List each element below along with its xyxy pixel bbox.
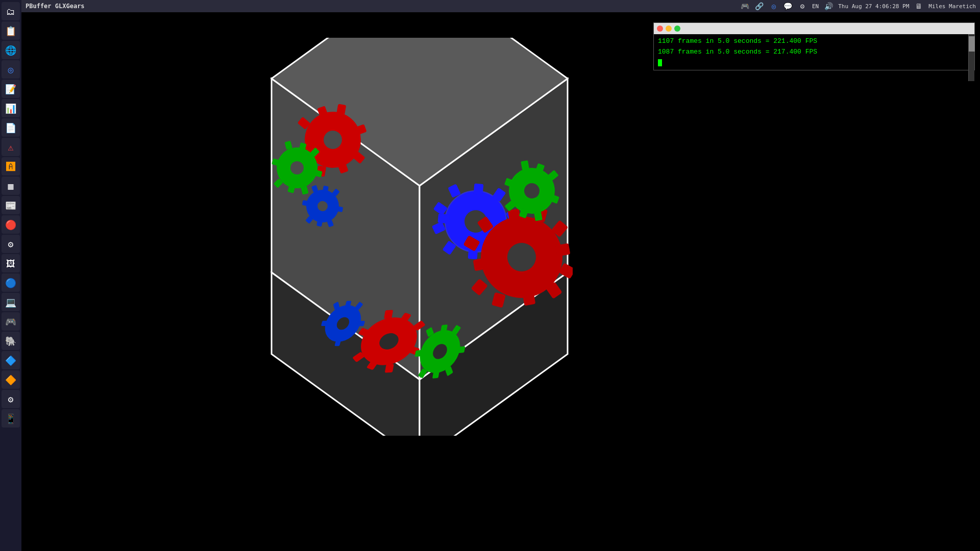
window-close-button[interactable] xyxy=(657,26,663,32)
terminal-titlebar xyxy=(654,23,974,34)
sidebar-icon-app8[interactable]: 🔶 xyxy=(2,370,20,389)
sidebar-icon-tasks[interactable]: 📋 xyxy=(2,21,20,40)
sidebar: 🗂 📋 🌐 ◎ 📝 📊 📄 ⚠ 🅰 ▦ 📰 🔴 ⚙ 🖼 🔵 💻 🎮 🐘 🔷 🔶 … xyxy=(0,0,21,551)
sidebar-icon-app9[interactable]: 📱 xyxy=(2,409,20,428)
svg-rect-38 xyxy=(474,183,484,195)
sidebar-icon-app4[interactable]: ⚙ xyxy=(2,235,20,253)
sidebar-icon-php[interactable]: 🐘 xyxy=(2,332,20,350)
svg-rect-55 xyxy=(473,258,488,271)
sidebar-icon-app5[interactable]: 🖼 xyxy=(2,254,20,272)
topbar: PBuffer GLXGears 🎮 🔗 ◎ 💬 ⚙ EN 🔊 Thu Aug … xyxy=(21,0,980,12)
svg-rect-54 xyxy=(555,243,570,257)
sidebar-icon-app6[interactable]: 🔵 xyxy=(2,273,20,292)
svg-rect-53 xyxy=(522,291,535,306)
monitor-icon: 🖥 xyxy=(914,2,923,11)
steam-tray-icon[interactable]: 🎮 xyxy=(741,2,750,11)
chrome-tray-icon[interactable]: ◎ xyxy=(769,2,778,11)
lang-indicator: EN xyxy=(812,3,819,10)
sidebar-icon-spreadsheet[interactable]: 📊 xyxy=(2,99,20,117)
username: Miles Maretich xyxy=(928,3,976,10)
volume-tray-icon[interactable]: 🔊 xyxy=(824,2,833,11)
sidebar-icon-warning[interactable]: ⚠ xyxy=(2,138,20,156)
terminal-line-1: 1107 frames in 5.0 seconds = 221.400 FPS xyxy=(658,36,970,47)
svg-rect-30 xyxy=(302,200,309,206)
network-tray-icon[interactable]: 🔗 xyxy=(755,2,764,11)
svg-rect-71 xyxy=(521,160,529,170)
scrollbar-thumb[interactable] xyxy=(969,36,975,52)
gear-tray-icon[interactable]: ⚙ xyxy=(798,2,807,11)
terminal-cursor xyxy=(658,59,662,66)
terminal-scrollbar[interactable] xyxy=(968,34,974,81)
window-minimize-button[interactable] xyxy=(666,26,672,32)
sidebar-icon-files[interactable]: 🗂 xyxy=(2,2,20,20)
svg-rect-27 xyxy=(323,186,329,193)
topbar-right: 🎮 🔗 ◎ 💬 ⚙ EN 🔊 Thu Aug 27 4:06:28 PM 🖥 M… xyxy=(741,2,976,11)
main-content: 1107 frames in 5.0 seconds = 221.400 FPS… xyxy=(21,12,980,551)
sidebar-icon-app1[interactable]: ▦ xyxy=(2,177,20,195)
sidebar-icon-browser[interactable]: 🌐 xyxy=(2,41,20,59)
terminal-line-2: 1087 frames in 5.0 seconds = 217.400 FPS xyxy=(658,47,970,58)
sidebar-icon-settings[interactable]: ⚙ xyxy=(2,390,20,408)
sidebar-icon-amazon[interactable]: 🅰 xyxy=(2,157,20,176)
sidebar-icon-steam[interactable]: 🎮 xyxy=(2,312,20,331)
sidebar-icon-document[interactable]: 📄 xyxy=(2,118,20,137)
sidebar-icon-app7[interactable]: 🔷 xyxy=(2,351,20,369)
sidebar-icon-app2[interactable]: 📰 xyxy=(2,196,20,214)
sidebar-icon-notes[interactable]: 📝 xyxy=(2,80,20,98)
svg-rect-41 xyxy=(437,214,449,224)
svg-rect-11 xyxy=(336,104,346,115)
terminal-prompt-line xyxy=(658,58,970,68)
svg-rect-72 xyxy=(534,211,543,221)
svg-rect-96 xyxy=(457,346,465,354)
terminal-body[interactable]: 1107 frames in 5.0 seconds = 221.400 FPS… xyxy=(654,34,974,70)
svg-rect-97 xyxy=(414,350,423,357)
svg-rect-28 xyxy=(316,220,323,227)
glxgears-display xyxy=(72,38,573,436)
topbar-title: PBuffer GLXGears xyxy=(26,3,85,10)
clock: Thu Aug 27 4:06:28 PM xyxy=(838,3,909,10)
terminal-window: 1107 frames in 5.0 seconds = 221.400 FPS… xyxy=(653,22,975,70)
sidebar-icon-app3[interactable]: 🔴 xyxy=(2,215,20,234)
svg-rect-29 xyxy=(336,206,344,212)
window-maximize-button[interactable] xyxy=(674,26,680,32)
sidebar-icon-chrome[interactable]: ◎ xyxy=(2,60,20,79)
sidebar-icon-terminal[interactable]: 💻 xyxy=(2,293,20,311)
msg-tray-icon[interactable]: 💬 xyxy=(783,2,793,11)
